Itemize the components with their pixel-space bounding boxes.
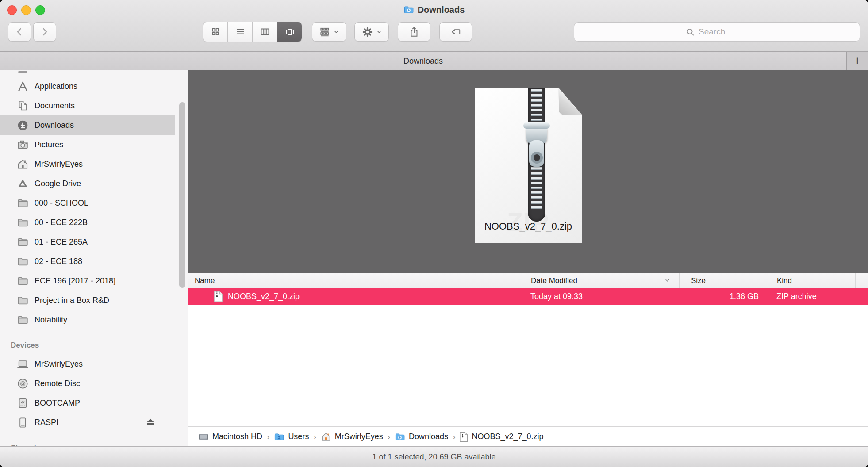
share-icon [408,26,420,38]
sidebar: Applications Documents Downloads Picture… [0,70,188,447]
sidebar-item-clipped[interactable] [0,70,175,77]
column-label: Size [691,276,706,285]
home-icon [17,158,29,170]
file-name-cell: NOOBS_v2_7_0.zip [188,288,519,305]
finder-window: Downloads [0,0,868,467]
clipped-icon [17,70,29,73]
sidebar-item-documents[interactable]: Documents [0,96,175,115]
status-text: 1 of 1 selected, 20.69 GB available [372,452,495,462]
sidebar-item-label: 01 - ECE 265A [35,237,88,247]
folder-icon [17,217,29,229]
sidebar-device-raspi[interactable]: RASPI [0,413,175,432]
breadcrumb-users[interactable]: Users [274,432,309,442]
sidebar-scroll-area: Applications Documents Downloads Picture… [0,70,188,447]
folder-icon [17,295,29,306]
sidebar-item-google-drive[interactable]: Google Drive [0,174,175,193]
chevron-down-icon [376,29,382,35]
eject-button[interactable] [145,416,156,429]
file-date-cell: Today at 09:33 [519,288,679,305]
sidebar-item-pictures[interactable]: Pictures [0,135,175,154]
sidebar-item-02-ece-188[interactable]: 02 - ECE 188 [0,252,175,271]
hard-drive-icon [198,432,209,442]
sidebar-device-bootcamp[interactable]: BOOTCAMP [0,393,175,413]
action-menu-button[interactable] [354,22,389,42]
new-tab-button[interactable]: + [847,52,868,70]
icon-view-button[interactable] [203,22,227,42]
breadcrumb-noobs-zip[interactable]: NOOBS_v2_7_0.zip [460,432,543,442]
gear-icon [361,26,373,38]
sidebar-item-home[interactable]: MrSwirlyEyes [0,154,175,174]
sidebar-item-applications[interactable]: Applications [0,77,175,96]
breadcrumb-label: Users [288,432,309,441]
chevron-down-icon [333,29,339,35]
sidebar-device-remote-disc[interactable]: Remote Disc [0,374,175,393]
breadcrumb-macintosh-hd[interactable]: Macintosh HD [198,432,262,442]
column-label: Name [195,276,215,285]
downloads-icon [17,119,29,131]
sidebar-item-label: Pictures [35,140,63,149]
sidebar-item-000-school[interactable]: 000 - SCHOOL [0,193,175,213]
folder-icon [17,197,29,209]
file-kind-cell: ZIP archive [766,288,855,305]
column-label: Date Modified [531,276,577,285]
file-kind: ZIP archive [776,292,817,301]
chevron-right-icon [39,27,50,37]
column-header-size[interactable]: Size [679,273,766,288]
column-header-kind[interactable]: Kind [766,273,855,288]
sidebar-item-label: Remote Disc [35,379,80,388]
sidebar-item-notability[interactable]: Notability [0,310,175,329]
disc-icon [17,378,29,390]
group-by-button[interactable] [312,22,346,42]
sidebar-item-label: 02 - ECE 188 [35,257,82,266]
group-icon [319,26,330,38]
toolbar [0,21,868,42]
sidebar-item-label: Google Drive [35,179,81,188]
column-header-name[interactable]: Name [188,273,519,288]
sidebar-item-label: Project in a Box R&D [35,296,109,305]
sidebar-item-label: RASPI [35,418,58,427]
laptop-icon [17,358,29,370]
sidebar-section-shared: Shared [0,439,188,447]
external-drive-icon [17,417,29,429]
sidebar-device-mrswirlyeyes[interactable]: MrSwirlyEyes [0,354,175,374]
zip-file-preview[interactable]: ZIP NOOBS_v2_7_0.zip [475,88,582,243]
sidebar-item-label: 00 - ECE 222B [35,218,88,227]
forward-button[interactable] [33,22,56,42]
sidebar-item-project-in-a-box[interactable]: Project in a Box R&D [0,291,175,310]
sidebar-item-downloads[interactable]: Downloads [0,115,175,135]
column-header-date-modified[interactable]: Date Modified [519,273,679,288]
sidebar-item-label: ECE 196 [2017 - 2018] [35,276,115,286]
sidebar-item-label: 000 - SCHOOL [35,199,88,208]
sidebar-item-ece-196[interactable]: ECE 196 [2017 - 2018] [0,271,175,291]
zipper-icon [528,88,545,222]
zip-file-icon [460,432,468,442]
home-icon [321,432,331,442]
tag-button[interactable] [439,22,472,42]
sidebar-item-label: MrSwirlyEyes [35,360,83,369]
back-button[interactable] [8,22,31,42]
breadcrumb-downloads[interactable]: Downloads [395,432,448,442]
grid-view-icon [210,27,221,37]
camera-icon [17,139,29,151]
file-row-noobs-zip[interactable]: NOOBS_v2_7_0.zip Today at 09:33 1.36 GB … [188,288,868,305]
list-view-button[interactable] [227,22,252,42]
sidebar-item-label: Downloads [35,121,74,130]
internal-drive-icon [17,397,29,409]
sidebar-item-01-ece-265a[interactable]: 01 - ECE 265A [0,232,175,252]
sidebar-item-00-ece-222b[interactable]: 00 - ECE 222B [0,213,175,232]
search-input[interactable] [698,27,748,37]
file-size-cell: 1.36 GB [679,288,766,305]
breadcrumb-home[interactable]: MrSwirlyEyes [321,432,383,442]
downloads-folder-icon [403,4,414,15]
gallery-view-icon [284,27,295,37]
applications-icon [17,80,29,92]
column-view-icon [260,27,270,37]
tab-downloads[interactable]: Downloads [0,52,847,70]
preview-file-name: NOOBS_v2_7_0.zip [466,221,591,232]
sidebar-scrollbar[interactable] [179,102,185,288]
file-name: NOOBS_v2_7_0.zip [228,292,300,301]
share-button[interactable] [398,22,430,42]
gallery-view-button[interactable] [277,22,302,42]
breadcrumb-separator: › [313,432,316,442]
column-view-button[interactable] [252,22,277,42]
